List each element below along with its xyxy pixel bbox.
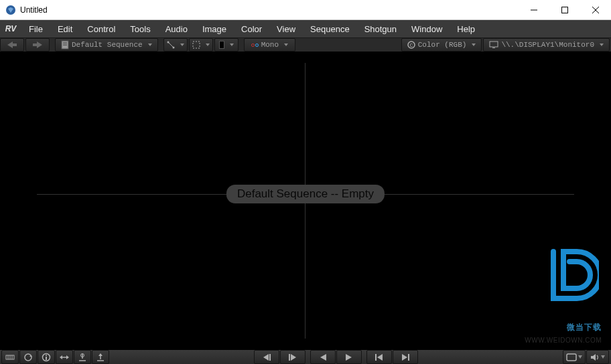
stereo-mode-selector[interactable]: Mono	[245, 39, 295, 51]
window-maximize-button[interactable]	[549, 0, 580, 20]
svg-rect-10	[63, 45, 67, 46]
svg-marker-37	[263, 354, 269, 361]
svg-marker-48	[578, 355, 582, 359]
step-forward-button[interactable]	[280, 350, 306, 364]
menu-view[interactable]: View	[269, 20, 303, 37]
color-wheel-icon: C	[407, 41, 415, 49]
loop-button[interactable]	[19, 350, 37, 364]
sequence-selector[interactable]: Default Sequence	[56, 39, 157, 51]
svg-text:C: C	[409, 42, 413, 48]
menu-edit[interactable]: Edit	[50, 20, 80, 37]
window-title: Untitled	[20, 5, 48, 15]
play-backward-button[interactable]	[310, 350, 336, 364]
fullscreen-button[interactable]	[563, 350, 586, 364]
svg-rect-2	[562, 7, 568, 13]
svg-point-26	[46, 355, 47, 356]
ping-pong-button[interactable]	[56, 350, 73, 364]
svg-marker-50	[601, 355, 605, 359]
svg-marker-42	[346, 354, 352, 361]
menu-window[interactable]: Window	[404, 20, 450, 37]
watermark-text: 微当下载	[567, 322, 602, 333]
svg-marker-6	[33, 41, 42, 48]
stereo-label: Mono	[261, 41, 279, 49]
in-point-button[interactable]	[74, 350, 91, 364]
menu-shotgun[interactable]: Shotgun	[357, 20, 404, 37]
menu-audio[interactable]: Audio	[158, 20, 195, 37]
svg-marker-44	[377, 354, 383, 361]
display-label: \\.\DISPLAY1\Monitor0	[501, 41, 594, 49]
menu-control[interactable]: Control	[80, 20, 123, 37]
svg-point-23	[25, 354, 31, 361]
menu-sequence[interactable]: Sequence	[303, 20, 357, 37]
svg-rect-38	[269, 354, 271, 361]
svg-marker-29	[60, 355, 62, 359]
viewport[interactable]: Default Sequence -- Empty 微当下载 WWW.WEIDO…	[0, 52, 611, 349]
menu-tools[interactable]: Tools	[123, 20, 157, 37]
viewport-overlay-label: Default Sequence -- Empty	[226, 185, 385, 203]
timeline-toggle-button[interactable]	[1, 350, 19, 364]
menubar: RV File Edit Control Tools Audio Image C…	[0, 20, 611, 37]
sequence-label: Default Sequence	[72, 41, 143, 49]
color-mode-selector[interactable]: C Color (RGB)	[402, 39, 482, 51]
nav-back-button[interactable]	[1, 39, 23, 51]
goto-end-button[interactable]	[393, 350, 418, 364]
step-back-button[interactable]	[254, 350, 279, 364]
svg-rect-17	[490, 41, 498, 47]
bg-swatch-icon	[219, 41, 224, 49]
svg-rect-46	[408, 354, 409, 361]
stereo-icon	[251, 43, 259, 47]
toolbar: Default Sequence Mono	[0, 37, 611, 52]
menu-help[interactable]: Help	[450, 20, 482, 37]
watermark-logo-icon	[547, 245, 599, 305]
svg-marker-30	[66, 355, 69, 359]
svg-marker-45	[402, 354, 407, 361]
svg-marker-41	[320, 354, 326, 361]
svg-rect-47	[567, 354, 576, 361]
volume-button[interactable]	[586, 350, 609, 364]
window-close-button[interactable]	[580, 0, 611, 20]
frame-icon	[192, 41, 200, 49]
playback-bar	[0, 349, 611, 364]
color-label: Color (RGB)	[418, 41, 467, 49]
fit-icon	[167, 41, 175, 49]
svg-marker-24	[29, 355, 32, 357]
info-button[interactable]	[38, 350, 55, 364]
monitor-icon	[489, 41, 498, 49]
frame-mode-button[interactable]	[190, 39, 212, 51]
svg-point-13	[172, 47, 174, 49]
menu-color[interactable]: Color	[234, 20, 269, 37]
svg-rect-39	[289, 354, 290, 361]
window-titlebar: Untitled	[0, 0, 611, 20]
svg-rect-18	[492, 48, 495, 48]
svg-marker-49	[591, 354, 596, 361]
svg-rect-8	[63, 42, 67, 43]
fit-mode-button[interactable]	[164, 39, 187, 51]
svg-rect-14	[193, 41, 200, 48]
out-point-button[interactable]	[92, 350, 109, 364]
svg-marker-36	[98, 353, 103, 356]
app-logo-icon	[5, 5, 16, 15]
svg-rect-9	[63, 43, 67, 44]
svg-marker-40	[291, 354, 296, 361]
goto-start-button[interactable]	[366, 350, 392, 364]
display-selector[interactable]: \\.\DISPLAY1\Monitor0	[484, 39, 609, 51]
brand-label: RV	[0, 20, 21, 37]
document-icon	[61, 40, 69, 50]
svg-line-11	[168, 42, 174, 48]
svg-rect-27	[46, 357, 47, 360]
menu-file[interactable]: File	[21, 20, 50, 37]
svg-rect-43	[375, 354, 377, 361]
menu-image[interactable]: Image	[195, 20, 234, 37]
window-minimize-button[interactable]	[519, 0, 549, 20]
watermark-url: WWW.WEIDOWN.COM	[525, 337, 602, 344]
svg-point-12	[167, 41, 169, 43]
play-forward-button[interactable]	[336, 350, 362, 364]
bg-color-button[interactable]	[215, 39, 238, 51]
svg-marker-5	[7, 41, 17, 48]
nav-forward-button[interactable]	[26, 39, 49, 51]
